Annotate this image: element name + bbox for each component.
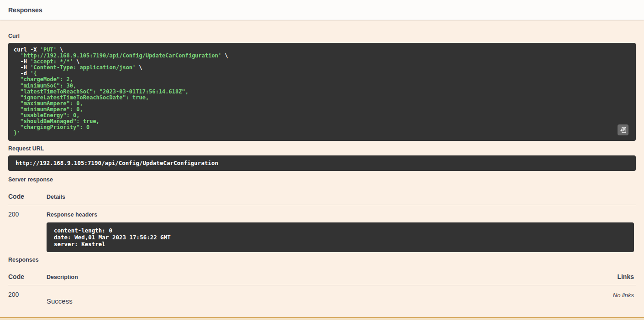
server-response-row: 200 Response headers content-length: 0 d… bbox=[8, 205, 636, 254]
response-headers-block: content-length: 0 date: Wed,01 Mar 2023 … bbox=[47, 222, 634, 252]
opblock-bottom-border bbox=[0, 317, 644, 320]
server-response-details: Response headers content-length: 0 date:… bbox=[47, 211, 634, 254]
curl-line: "shouldBeManaged": true, bbox=[14, 119, 630, 124]
column-header-details: Details bbox=[47, 194, 634, 200]
server-response-label: Server response bbox=[8, 176, 636, 183]
responses-row-description: Success bbox=[47, 291, 613, 305]
curl-line: "minimumAmpere": 0, bbox=[14, 107, 630, 113]
responses-row-links: No links bbox=[613, 291, 634, 305]
request-url-block: http://192.168.9.105:7190/api/Config/Upd… bbox=[8, 155, 636, 171]
curl-line: "usableEnergy": 0, bbox=[14, 113, 630, 119]
curl-line: -d '{ bbox=[14, 71, 630, 77]
curl-line: "chargeMode": 2, bbox=[14, 77, 630, 83]
response-header-line: content-length: 0 bbox=[54, 227, 627, 234]
responses-table-header: Code Description Links bbox=[8, 267, 636, 285]
curl-line: -H 'Content-Type: application/json' \ bbox=[14, 65, 630, 71]
opblock-body: Curl curl -X 'PUT' \ 'http://192.168.9.1… bbox=[0, 20, 644, 317]
column-header-code: Code bbox=[8, 193, 47, 200]
response-headers-label: Response headers bbox=[47, 212, 634, 218]
server-response-table: Code Details 200 Response headers conten… bbox=[8, 186, 636, 254]
responses-table: Code Description Links 200 Success No li… bbox=[8, 267, 636, 305]
column-header-description: Description bbox=[47, 274, 617, 280]
copy-to-clipboard-button[interactable] bbox=[618, 124, 628, 135]
curl-command: curl -X 'PUT' \ 'http://192.168.9.105:71… bbox=[14, 47, 630, 136]
clipboard-icon bbox=[620, 126, 627, 134]
curl-line: "ignoreLatestTimeToReachSocDate": true, bbox=[14, 95, 630, 101]
responses-row: 200 Success No links bbox=[8, 285, 636, 305]
request-url-value: http://192.168.9.105:7190/api/Config/Upd… bbox=[16, 160, 218, 166]
responses-row-code: 200 bbox=[8, 291, 47, 305]
response-header-line: server: Kestrel bbox=[54, 241, 627, 248]
curl-label: Curl bbox=[8, 33, 636, 39]
swagger-opblock-put: Responses Curl curl -X 'PUT' \ 'http://1… bbox=[0, 0, 644, 320]
responses-label: Responses bbox=[8, 257, 636, 263]
column-header-links: Links bbox=[617, 273, 634, 280]
server-response-table-header: Code Details bbox=[8, 186, 636, 205]
curl-line: "maximumAmpere": 0, bbox=[14, 101, 630, 107]
curl-block: curl -X 'PUT' \ 'http://192.168.9.105:71… bbox=[8, 43, 636, 141]
column-header-code: Code bbox=[8, 273, 47, 280]
server-response-code: 200 bbox=[8, 211, 47, 254]
section-title: Responses bbox=[8, 6, 42, 14]
curl-line: "chargingPriority": 0 bbox=[14, 124, 630, 130]
response-header-line: date: Wed,01 Mar 2023 17:56:22 GMT bbox=[54, 234, 627, 241]
request-url-label: Request URL bbox=[8, 145, 636, 152]
curl-line: }' bbox=[14, 130, 630, 136]
curl-line: 'http://192.168.9.105:7190/api/Config/Up… bbox=[14, 53, 630, 59]
responses-section-header: Responses bbox=[0, 0, 644, 20]
